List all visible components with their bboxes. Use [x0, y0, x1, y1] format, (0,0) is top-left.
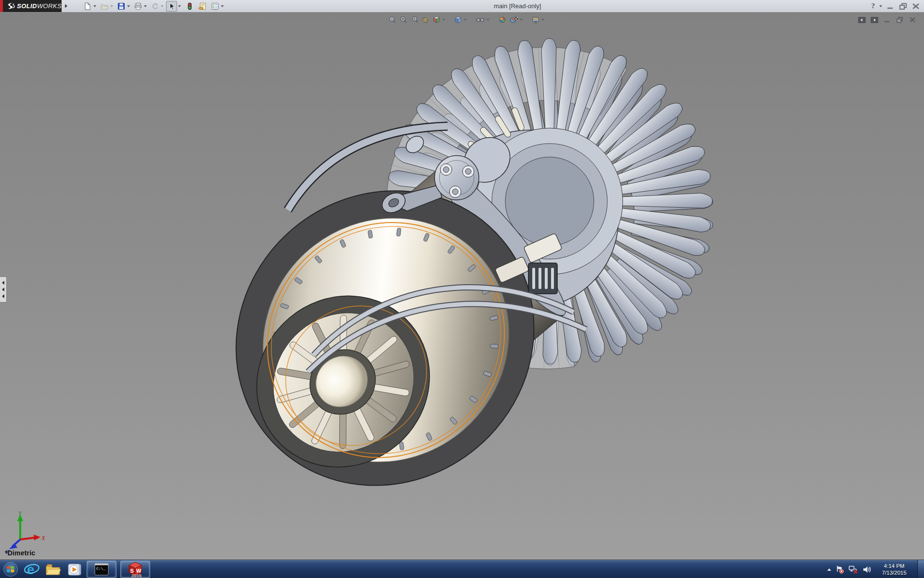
command-prompt-icon: C:\_ [94, 563, 109, 576]
titlebar-right-controls: ? [872, 0, 921, 12]
doc-minimize-button[interactable] [883, 16, 891, 23]
title-bar: SOLIDWORKS [0, 0, 924, 13]
previous-view-button[interactable] [410, 15, 419, 24]
show-desktop-button[interactable] [917, 560, 924, 578]
section-view-icon [421, 15, 430, 24]
doc-restore-button[interactable] [896, 16, 904, 23]
display-style-caret[interactable] [464, 19, 467, 21]
select-caret[interactable] [178, 5, 181, 7]
brand-text: SOLIDWORKS [17, 2, 62, 10]
triad-y-label: Y [18, 510, 23, 517]
document-window-controls [858, 16, 916, 23]
view-settings-caret[interactable] [541, 19, 544, 21]
apply-scene-caret[interactable] [520, 19, 523, 21]
zoom-to-fit-button[interactable] [388, 15, 397, 24]
view-orientation-label: *Dimetric [5, 549, 35, 557]
volume-icon[interactable] [862, 565, 872, 574]
triad-x-label: X [41, 534, 46, 541]
save-icon [117, 2, 126, 11]
undo-caret[interactable] [161, 5, 164, 7]
apply-scene-button[interactable] [509, 15, 523, 24]
show-hidden-icons-button[interactable] [827, 568, 831, 571]
print-button[interactable] [132, 1, 148, 12]
brand-light: WORKS [37, 2, 62, 10]
print-icon [134, 2, 142, 11]
collapse-arrow-icon [2, 294, 4, 298]
zoom-to-area-button[interactable] [399, 15, 408, 24]
rebuild-traffic-light-icon [185, 2, 194, 11]
network-status-icon[interactable] [848, 565, 858, 574]
new-caret[interactable] [93, 5, 96, 7]
solidworks-2015-icon: S W 2015 [127, 561, 144, 578]
restore-button[interactable] [898, 2, 908, 10]
taskbar-clock[interactable]: 4:14 PM 7/13/2015 [876, 563, 912, 576]
solidworks-window: Y X Z *Dimetric SOLIDWORKS [0, 0, 924, 578]
options-icon [211, 2, 219, 11]
options-button[interactable] [209, 1, 225, 12]
model-jet-engine[interactable] [0, 13, 924, 560]
solidworks-logo-icon [5, 2, 15, 11]
taskbar-media-player[interactable] [64, 561, 85, 578]
taskbar-command-prompt[interactable]: C:\_ [87, 561, 116, 578]
internet-explorer-icon: e [24, 562, 40, 577]
open-caret[interactable] [110, 5, 113, 7]
options-caret[interactable] [221, 5, 224, 7]
new-file-icon [83, 2, 92, 11]
open-file-icon [100, 2, 109, 11]
hide-show-items-button[interactable] [475, 15, 489, 24]
start-button[interactable] [0, 561, 21, 578]
edit-appearance-button[interactable] [498, 15, 507, 24]
cmd-prompt-text: C:\_ [96, 566, 105, 571]
view-settings-button[interactable] [531, 15, 544, 24]
view-orientation-icon [432, 15, 441, 24]
media-player-icon [66, 562, 82, 577]
solidworks-logo: SOLIDWORKS [0, 0, 62, 12]
show-display-pane-button[interactable] [871, 17, 878, 23]
taskbar-internet-explorer[interactable]: e [21, 561, 42, 578]
action-center-icon[interactable] [835, 565, 844, 574]
rebuild-button[interactable] [184, 1, 195, 12]
select-button[interactable] [166, 1, 177, 12]
clock-time: 4:14 PM [876, 563, 912, 569]
clock-date: 7/13/2015 [876, 569, 912, 576]
main-toolbar [82, 1, 225, 12]
open-button[interactable] [99, 1, 115, 12]
file-properties-icon [198, 2, 207, 11]
glasses-icon [475, 15, 485, 24]
display-style-button[interactable] [454, 15, 467, 24]
view-settings-icon [531, 15, 540, 24]
hide-show-items-caret[interactable] [487, 19, 489, 21]
windows-taskbar: e C:\_ [0, 560, 924, 578]
graphics-viewport[interactable]: Y X Z *Dimetric [0, 13, 924, 560]
help-button[interactable]: ? [872, 2, 875, 10]
save-caret[interactable] [127, 5, 130, 7]
doc-close-button[interactable] [909, 16, 916, 23]
collapse-arrow-icon [2, 281, 4, 285]
headsup-view-toolbar [388, 15, 544, 24]
close-button[interactable] [911, 2, 920, 10]
undo-button[interactable] [149, 1, 165, 12]
print-caret[interactable] [144, 5, 147, 7]
reference-triad: Y X Z [4, 510, 47, 554]
brand-bold: SOLID [17, 2, 37, 10]
collapse-arrow-icon [2, 288, 4, 291]
taskbar-solidworks-2015[interactable]: S W 2015 [120, 561, 150, 578]
taskbar-file-explorer[interactable] [42, 561, 64, 578]
sw-year-text: 2015 [131, 573, 142, 578]
undo-icon [151, 2, 159, 11]
menu-expand-button[interactable] [63, 1, 69, 11]
feature-pane-collapse-tab[interactable] [0, 276, 7, 302]
section-view-button[interactable] [421, 15, 430, 24]
show-feature-pane-button[interactable] [858, 17, 866, 23]
system-tray: 4:14 PM 7/13/2015 [827, 560, 924, 578]
display-style-icon [454, 15, 462, 24]
save-button[interactable] [116, 1, 131, 12]
start-orb-icon [3, 562, 18, 577]
view-orientation-button[interactable] [432, 15, 445, 24]
new-button[interactable] [82, 1, 98, 12]
apply-scene-icon [509, 15, 518, 24]
view-orientation-caret[interactable] [442, 19, 445, 21]
minimize-button[interactable] [886, 2, 895, 10]
help-caret[interactable] [879, 5, 882, 7]
file-properties-button[interactable] [196, 1, 208, 12]
